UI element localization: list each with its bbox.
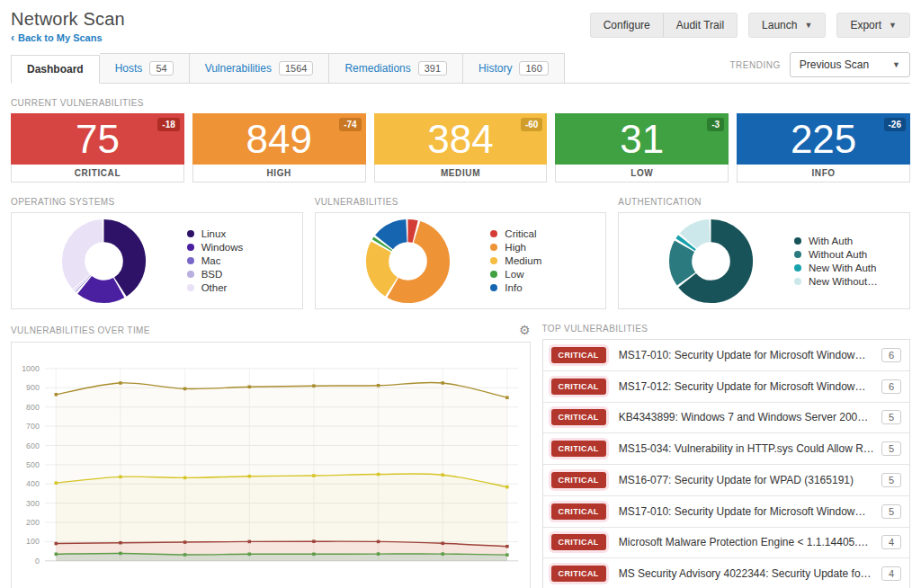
back-link[interactable]: ‹ Back to My Scans bbox=[11, 32, 125, 43]
vulnerability-name: MS15-034: Vulnerability in HTTP.sys Coul… bbox=[619, 442, 881, 455]
export-button[interactable]: Export ▼ bbox=[836, 13, 910, 38]
tab-dashboard[interactable]: Dashboard bbox=[11, 55, 100, 84]
legend-label: Without Auth bbox=[809, 249, 867, 260]
legend-dot bbox=[187, 284, 194, 291]
svg-text:800: 800 bbox=[26, 403, 40, 412]
authentication-label: AUTHENTICATION bbox=[618, 197, 910, 207]
legend-item: Low bbox=[490, 269, 595, 280]
tab-count-badge: 391 bbox=[418, 61, 447, 76]
vulnerability-row[interactable]: CRITICAL MS15-034: Vulnerability in HTTP… bbox=[543, 433, 909, 465]
donut-chart bbox=[364, 218, 452, 305]
audit-trail-button[interactable]: Audit Trail bbox=[664, 13, 738, 38]
svg-text:0: 0 bbox=[35, 557, 40, 566]
vulnerability-name: MS17-010: Security Update for Microsoft … bbox=[619, 349, 881, 361]
card-delta-badge: -60 bbox=[521, 118, 542, 131]
vulnerability-count-badge: 5 bbox=[881, 473, 901, 487]
configure-button[interactable]: Configure bbox=[590, 13, 664, 38]
tab-label: Dashboard bbox=[27, 63, 84, 76]
svg-text:900: 900 bbox=[26, 383, 40, 392]
top-vulnerabilities-section: TOP VULNERABILITIES CRITICAL MS17-010: S… bbox=[542, 309, 910, 588]
legend-dot bbox=[187, 230, 194, 237]
top-actions: Configure Audit Trail Launch ▼ Export ▼ bbox=[590, 13, 910, 38]
card-label: MEDIUM bbox=[374, 165, 548, 183]
legend-label: Mac bbox=[201, 255, 221, 266]
legend-dot bbox=[187, 271, 194, 278]
launch-button[interactable]: Launch ▼ bbox=[748, 13, 826, 38]
vulnerabilities-donut bbox=[325, 218, 491, 305]
bottom-row: VULNERABILITIES OVER TIME ⚙ 010020030040… bbox=[11, 309, 910, 588]
over-time-panel: 01002003004005006007008009001000 bbox=[11, 342, 531, 588]
vulnerability-row[interactable]: CRITICAL MS17-010: Security Update for M… bbox=[543, 340, 909, 371]
vulnerability-row[interactable]: CRITICAL MS17-010: Security Update for M… bbox=[543, 496, 909, 528]
card-low[interactable]: 31 -3 LOW bbox=[555, 113, 729, 183]
card-delta-badge: -18 bbox=[157, 118, 179, 131]
scan-dashboard-page: Network Scan ‹ Back to My Scans Configur… bbox=[0, 0, 921, 588]
trending-label: TRENDING bbox=[729, 60, 780, 70]
svg-text:500: 500 bbox=[26, 460, 40, 469]
vulnerability-row[interactable]: CRITICAL MS17-012: Security Update for M… bbox=[543, 371, 909, 403]
legend-dot bbox=[187, 244, 194, 251]
back-link-label: Back to My Scans bbox=[18, 32, 103, 43]
page-title: Network Scan bbox=[11, 9, 125, 30]
legend-dot bbox=[794, 278, 801, 285]
top-vulnerabilities-list: CRITICAL MS17-010: Security Update for M… bbox=[542, 339, 910, 588]
vulnerability-row[interactable]: CRITICAL MS Security Advisory 4022344: S… bbox=[543, 558, 909, 588]
vulnerability-row[interactable]: CRITICAL Microsoft Malware Protection En… bbox=[543, 528, 909, 559]
svg-text:400: 400 bbox=[26, 479, 40, 488]
legend-item: Other bbox=[187, 282, 291, 293]
legend-item: Info bbox=[490, 282, 595, 293]
card-info[interactable]: 225 -26 INFO bbox=[737, 113, 910, 183]
tab-vulnerabilities[interactable]: Vulnerabilities 1564 bbox=[190, 53, 330, 84]
legend-label: Critical bbox=[505, 228, 536, 239]
authentication-panel: With Auth Without Auth New With Auth New… bbox=[618, 212, 910, 309]
title-block: Network Scan ‹ Back to My Scans bbox=[11, 9, 125, 43]
chevron-left-icon: ‹ bbox=[11, 32, 14, 43]
legend-dot bbox=[490, 284, 497, 291]
operating-systems-section: OPERATING SYSTEMS Linux Windows Mac BSD … bbox=[11, 183, 303, 309]
card-value: 384 bbox=[427, 120, 493, 159]
trending-select[interactable]: Previous Scan ▼ bbox=[790, 52, 910, 77]
vulnerabilities-section: VULNERABILITIES Critical High Medium Low… bbox=[315, 183, 607, 309]
donut-chart bbox=[60, 218, 148, 305]
operating-systems-donut bbox=[21, 218, 187, 305]
vulnerability-row[interactable]: CRITICAL MS16-077: Security Update for W… bbox=[543, 465, 909, 496]
line-chart: 01002003004005006007008009001000 bbox=[12, 343, 530, 588]
svg-text:1000: 1000 bbox=[22, 364, 40, 373]
tab-history[interactable]: History 160 bbox=[463, 53, 565, 84]
legend-dot bbox=[187, 257, 194, 264]
vulnerability-count-badge: 6 bbox=[881, 379, 901, 394]
svg-text:200: 200 bbox=[26, 518, 40, 527]
operating-systems-label: OPERATING SYSTEMS bbox=[11, 197, 303, 207]
trending-control: TRENDING Previous Scan ▼ bbox=[729, 52, 910, 83]
gear-icon[interactable]: ⚙ bbox=[519, 324, 531, 336]
vulnerability-name: MS17-010: Security Update for Microsoft … bbox=[619, 505, 881, 518]
legend-item: Mac bbox=[187, 255, 291, 266]
card-delta-badge: -26 bbox=[884, 118, 906, 131]
severity-badge: CRITICAL bbox=[551, 347, 606, 363]
card-high[interactable]: 849 -74 HIGH bbox=[192, 113, 366, 183]
tab-hosts[interactable]: Hosts 54 bbox=[100, 53, 190, 84]
vulnerability-count-badge: 4 bbox=[881, 535, 901, 549]
card-delta-badge: -74 bbox=[339, 118, 361, 131]
card-label: HIGH bbox=[192, 165, 366, 183]
vulnerability-name: KB4343899: Windows 7 and Windows Server … bbox=[619, 411, 881, 423]
vulnerability-name: MS16-077: Security Update for WPAD (3165… bbox=[619, 474, 881, 486]
severity-badge: CRITICAL bbox=[551, 534, 606, 550]
top-bar: Network Scan ‹ Back to My Scans Configur… bbox=[11, 9, 910, 43]
severity-badge: CRITICAL bbox=[551, 409, 606, 425]
severity-badge: CRITICAL bbox=[551, 441, 606, 457]
legend-item: Medium bbox=[490, 255, 595, 266]
card-medium[interactable]: 384 -60 MEDIUM bbox=[374, 113, 548, 183]
over-time-label: VULNERABILITIES OVER TIME bbox=[11, 325, 150, 335]
tab-remediations[interactable]: Remediations 391 bbox=[329, 53, 463, 84]
vulnerability-count-badge: 4 bbox=[881, 566, 901, 581]
card-value: 849 bbox=[246, 120, 311, 159]
vulnerability-name: MS17-012: Security Update for Microsoft … bbox=[619, 380, 881, 393]
legend-dot bbox=[490, 271, 497, 278]
card-critical[interactable]: 75 -18 CRITICAL bbox=[11, 113, 184, 183]
card-label: CRITICAL bbox=[11, 165, 184, 183]
legend-dot bbox=[490, 244, 497, 251]
vulnerability-row[interactable]: CRITICAL KB4343899: Windows 7 and Window… bbox=[543, 403, 909, 434]
legend-label: New Without… bbox=[809, 276, 878, 287]
legend-item: Windows bbox=[187, 242, 291, 253]
